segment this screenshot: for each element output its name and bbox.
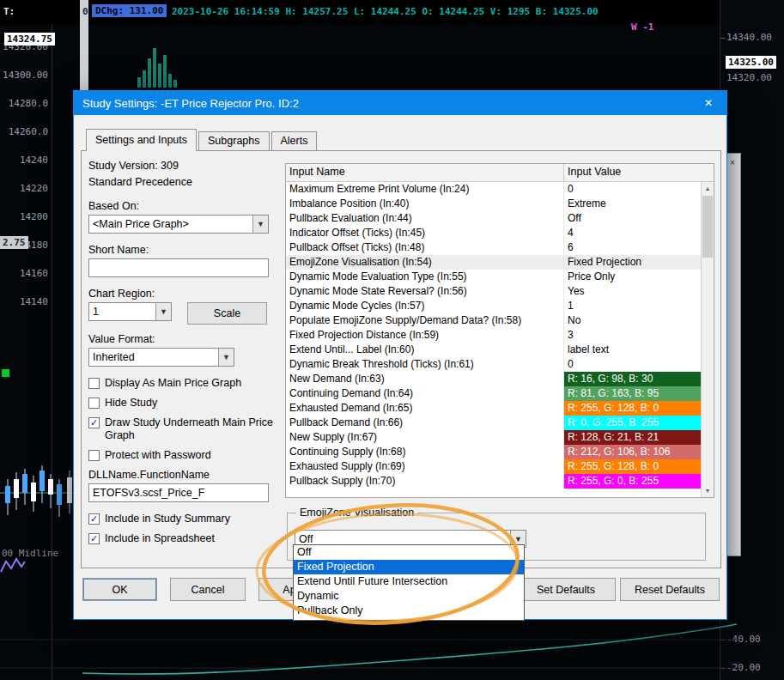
- tab-label: Alerts: [281, 135, 308, 147]
- table-row[interactable]: Pullback Offset (Ticks) (In:48) 6: [286, 240, 701, 255]
- price-label: 14160: [3, 268, 48, 296]
- input-value-cell: R: 255, G: 128, B: 0: [564, 401, 701, 416]
- table-row[interactable]: Populate EmojiZone Supply/Demand Data? (…: [286, 313, 701, 328]
- dropdown-option[interactable]: Fixed Projection: [294, 560, 524, 574]
- checkbox-label: Hide Study: [105, 397, 157, 410]
- chart-region-value: 1: [89, 306, 155, 318]
- checkbox-group-top: Display As Main Price Graph Hide Study ✓…: [88, 377, 282, 462]
- dropdown-option[interactable]: Extend Until Future Intersection: [294, 574, 524, 589]
- table-row[interactable]: Pullback Demand (In:66) R: 0, G: 255, B:…: [286, 416, 701, 430]
- dropdown-option[interactable]: Off: [294, 545, 524, 560]
- precedence-label: Standard Precedence: [88, 176, 282, 188]
- table-row[interactable]: Continuing Supply (In:68) R: 212, G: 106…: [286, 445, 701, 459]
- chevron-down-icon[interactable]: ▼: [218, 349, 234, 366]
- dropdown-option[interactable]: Pullback Only: [294, 604, 524, 618]
- scroll-down-icon[interactable]: ▼: [702, 484, 714, 497]
- table-row[interactable]: Exhausted Demand (In:65) R: 255, G: 128,…: [286, 401, 701, 416]
- tab[interactable]: Alerts: [271, 131, 318, 150]
- dll-name-input[interactable]: ETOFSv3.scsf_Price_F: [88, 483, 269, 502]
- column-header-input-value[interactable]: Input Value: [564, 164, 714, 181]
- input-value-cell: Off: [564, 211, 701, 226]
- checkbox[interactable]: ✓ Include in Study Summary: [88, 513, 282, 525]
- checkbox-box[interactable]: [88, 398, 100, 409]
- table-row[interactable]: Imbalance Position (In:40) Extreme: [286, 197, 701, 211]
- input-value-cell: Extreme: [564, 197, 701, 211]
- table-row[interactable]: Dynamic Mode Cycles (In:57) 1: [286, 299, 701, 313]
- reset-defaults-button[interactable]: Reset Defaults: [620, 578, 720, 601]
- input-name-cell: Dynamic Break Threshold (Ticks) (In:61): [286, 357, 564, 372]
- input-value-cell: No: [564, 313, 701, 328]
- checkbox-box[interactable]: [88, 450, 100, 461]
- set-defaults-button[interactable]: Set Defaults: [516, 578, 616, 601]
- input-value-cell: 0: [564, 357, 701, 372]
- tool-label: T:: [3, 6, 15, 17]
- tab[interactable]: Settings and Inputs: [86, 129, 197, 151]
- tab-label: Subgraphs: [208, 135, 259, 147]
- left-settings-column: Study Version: 309 Standard Precedence B…: [88, 160, 282, 552]
- column-header-input-name[interactable]: Input Name: [286, 164, 564, 181]
- chevron-down-icon[interactable]: ▼: [252, 216, 268, 233]
- dchg-value: DChg: 131.00: [92, 4, 167, 17]
- left-price-scale[interactable]: 14324.75 14320.0014300.0014280.014260.01…: [0, 24, 52, 680]
- tab-label: Settings and Inputs: [95, 134, 187, 146]
- price-label: 14260.0: [3, 126, 48, 155]
- dropdown-option[interactable]: Dynamic: [294, 589, 524, 604]
- value-format-select[interactable]: Inherited ▼: [88, 348, 234, 367]
- scale-button[interactable]: Scale: [187, 302, 267, 325]
- input-value-cell: R: 255, G: 128, B: 0: [564, 459, 701, 474]
- close-button[interactable]: ✕: [690, 91, 726, 115]
- dialog-title-bar[interactable]: Study Settings: -ET Price Rejector Pro. …: [74, 91, 726, 115]
- price-label: 14340.00: [726, 32, 772, 43]
- cancel-button[interactable]: Cancel: [170, 578, 246, 601]
- scrollbar-thumb[interactable]: [702, 196, 713, 258]
- table-row[interactable]: Exhausted Supply (In:69) R: 255, G: 128,…: [286, 459, 701, 474]
- ok-button[interactable]: OK: [82, 578, 157, 601]
- based-on-select[interactable]: <Main Price Graph> ▼: [88, 215, 269, 234]
- scroll-up-icon[interactable]: ▲: [702, 182, 714, 195]
- input-value-cell: 1: [564, 299, 701, 313]
- checkbox[interactable]: ✓ Draw Study Underneath Main Price Graph: [88, 416, 282, 442]
- input-value-cell: R: 212, G: 106, B: 106: [564, 445, 701, 459]
- input-name-cell: Indicator Offset (Ticks) (In:45): [286, 226, 564, 240]
- scale-tick: [720, 38, 725, 39]
- checkbox-label: Draw Study Underneath Main Price Graph: [105, 416, 282, 442]
- table-row[interactable]: New Demand (In:63) R: 16, G: 98, B: 30: [286, 372, 701, 386]
- table-row[interactable]: EmojiZone Visualisation (In:54) Fixed Pr…: [286, 255, 701, 270]
- last-price-box-right: 14325.00: [726, 56, 776, 69]
- checkbox-box[interactable]: ✓: [88, 417, 100, 428]
- table-row[interactable]: Dynamic Mode State Reversal? (In:56) Yes: [286, 284, 701, 299]
- chevron-down-icon[interactable]: ▼: [155, 303, 171, 320]
- table-row[interactable]: Pullback Evaluation (In:44) Off: [286, 211, 701, 226]
- candlestick-fragment: [0, 453, 82, 524]
- checkbox[interactable]: Protect with Password: [88, 449, 282, 462]
- table-scrollbar[interactable]: ▲ ▼: [701, 182, 714, 497]
- table-row[interactable]: Pullback Supply (In:70) R: 255, G: 0, B:…: [286, 474, 701, 489]
- table-body: Maximum Extreme Print Volume (In:24) 0 I…: [286, 182, 701, 497]
- left-scale-labels: 14320.0014300.0014280.014260.01424014220…: [3, 41, 48, 325]
- checkbox-box[interactable]: ✓: [88, 533, 100, 544]
- input-name-cell: Fixed Projection Distance (In:59): [286, 328, 564, 343]
- table-row[interactable]: Fixed Projection Distance (In:59) 3: [286, 328, 701, 343]
- table-row[interactable]: Dynamic Mode Evaluation Type (In:55) Pri…: [286, 270, 701, 284]
- input-value-cell: R: 0, G: 255, B: 255: [564, 416, 701, 430]
- table-row[interactable]: New Supply (In:67) R: 128, G: 21, B: 21: [286, 430, 701, 445]
- table-row[interactable]: Extend Until... Label (In:60) label text: [286, 343, 701, 357]
- input-value-cell: 0: [564, 182, 701, 197]
- input-value-cell: 3: [564, 328, 701, 343]
- checkbox[interactable]: Display As Main Price Graph: [88, 377, 282, 390]
- table-row[interactable]: Indicator Offset (Ticks) (In:45) 4: [286, 226, 701, 240]
- checkbox-box[interactable]: ✓: [88, 513, 100, 525]
- tab[interactable]: Subgraphs: [198, 131, 269, 150]
- chart-region-select[interactable]: 1 ▼: [88, 302, 172, 321]
- dll-name-label: DLLName.FunctionName: [88, 469, 282, 481]
- checkbox[interactable]: ✓ Include in Spreadsheet: [88, 532, 282, 545]
- table-row[interactable]: Maximum Extreme Print Volume (In:24) 0: [286, 182, 701, 197]
- table-row[interactable]: Continuing Demand (In:64) R: 81, G: 163,…: [286, 386, 701, 401]
- input-name-cell: Dynamic Mode Evaluation Type (In:55): [286, 270, 564, 284]
- price-label: 14240: [3, 155, 48, 183]
- input-value-cell: Price Only: [564, 270, 701, 284]
- checkbox-box[interactable]: [88, 378, 100, 389]
- short-name-input[interactable]: [88, 258, 269, 277]
- table-row[interactable]: Dynamic Break Threshold (Ticks) (In:61) …: [286, 357, 701, 372]
- checkbox[interactable]: Hide Study: [88, 397, 282, 410]
